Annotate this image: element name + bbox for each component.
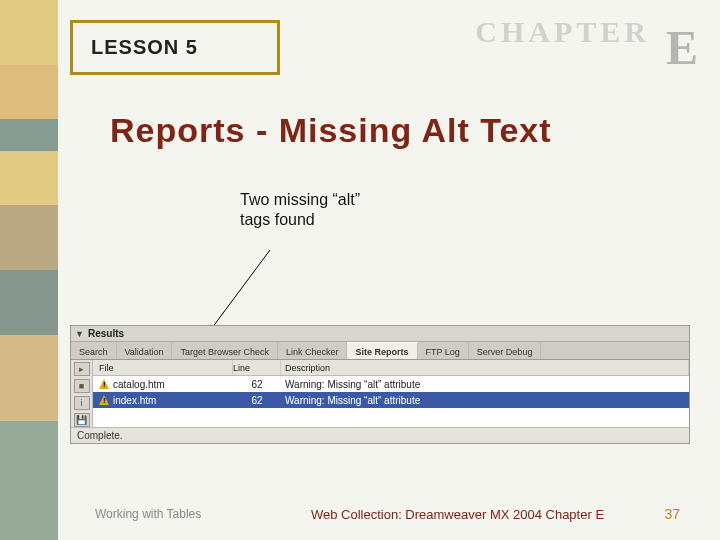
cell-description: Warning: Missing “alt” attribute: [281, 379, 689, 390]
table-header: File Line Description: [93, 360, 689, 376]
panel-sidebar: ▸ ■ i 💾: [71, 360, 93, 427]
callout-text: Two missing “alt” tags found: [240, 190, 360, 230]
table-row[interactable]: index.htm62Warning: Missing “alt” attrib…: [93, 392, 689, 408]
tab-ftp-log[interactable]: FTP Log: [418, 342, 469, 359]
panel-collapse-icon[interactable]: ▼: [75, 329, 84, 339]
stop-report-icon[interactable]: ■: [74, 379, 90, 393]
results-table: File Line Description catalog.htm62Warni…: [93, 360, 689, 427]
decorative-left-strip: [0, 0, 58, 540]
tab-target-browser-check[interactable]: Target Browser Check: [172, 342, 278, 359]
panel-body: ▸ ■ i 💾 File Line Description catalog.ht…: [71, 360, 689, 427]
panel-headerbar[interactable]: ▼ Results: [71, 326, 689, 342]
footer-center: Web Collection: Dreamweaver MX 2004 Chap…: [275, 507, 640, 522]
chapter-letter: E: [666, 20, 698, 75]
info-icon[interactable]: i: [74, 396, 90, 410]
callout-line2: tags found: [240, 211, 315, 228]
save-report-icon[interactable]: 💾: [74, 413, 90, 427]
warning-icon: [99, 379, 110, 390]
panel-status: Complete.: [71, 427, 689, 443]
run-report-icon[interactable]: ▸: [74, 362, 90, 376]
slide-title: Reports - Missing Alt Text: [110, 111, 552, 150]
chapter-word: CHAPTER: [475, 15, 650, 49]
cell-file: catalog.htm: [93, 379, 233, 390]
tab-server-debug[interactable]: Server Debug: [469, 342, 542, 359]
tab-site-reports[interactable]: Site Reports: [347, 342, 417, 359]
col-header-file[interactable]: File: [93, 360, 233, 375]
tab-search[interactable]: Search: [71, 342, 117, 359]
lesson-box: LESSON 5: [70, 20, 280, 75]
cell-file-text: index.htm: [113, 395, 156, 406]
slide-footer: Working with Tables Web Collection: Drea…: [0, 506, 720, 522]
callout-line1: Two missing “alt”: [240, 191, 360, 208]
tab-validation[interactable]: Validation: [117, 342, 173, 359]
warning-icon: [99, 395, 110, 406]
cell-file: index.htm: [93, 395, 233, 406]
col-header-line[interactable]: Line: [233, 360, 281, 375]
col-header-desc[interactable]: Description: [281, 360, 689, 375]
footer-page-number: 37: [640, 506, 680, 522]
tab-link-checker[interactable]: Link Checker: [278, 342, 348, 359]
footer-left: Working with Tables: [95, 507, 275, 521]
table-empty-space: [93, 408, 689, 416]
results-panel: ▼ Results SearchValidationTarget Browser…: [70, 325, 690, 444]
cell-line: 62: [233, 395, 281, 406]
panel-title: Results: [88, 328, 124, 339]
lesson-label: LESSON 5: [91, 36, 198, 59]
table-row[interactable]: catalog.htm62Warning: Missing “alt” attr…: [93, 376, 689, 392]
cell-line: 62: [233, 379, 281, 390]
panel-tabs: SearchValidationTarget Browser CheckLink…: [71, 342, 689, 360]
cell-file-text: catalog.htm: [113, 379, 165, 390]
cell-description: Warning: Missing “alt” attribute: [281, 395, 689, 406]
